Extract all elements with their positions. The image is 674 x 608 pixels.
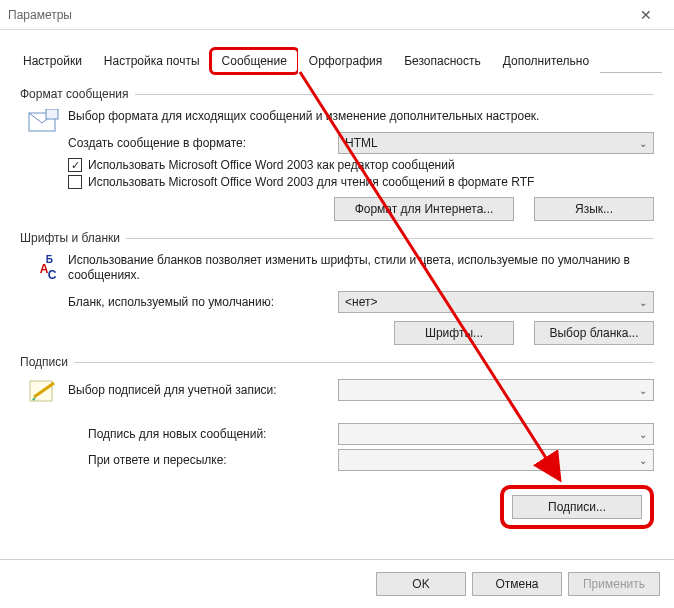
signature-icon (28, 377, 60, 408)
checkbox-word-reader-label: Использовать Microsoft Office Word 2003 … (88, 175, 534, 189)
dialog-footer: OK Отмена Применить (0, 559, 674, 608)
apply-button[interactable]: Применить (568, 572, 660, 596)
signatures-button-highlight: Подписи... (500, 485, 654, 529)
checkbox-word-editor[interactable]: ✓ (68, 158, 82, 172)
blank-label: Бланк, используемый по умолчанию: (68, 295, 338, 309)
cancel-button[interactable]: Отмена (472, 572, 562, 596)
signatures-button[interactable]: Подписи... (512, 495, 642, 519)
choose-blank-button[interactable]: Выбор бланка... (534, 321, 654, 345)
tab-security[interactable]: Безопасность (393, 49, 492, 73)
fonts-button[interactable]: Шрифты... (394, 321, 514, 345)
format-desc: Выбор формата для исходящих сообщений и … (68, 109, 654, 124)
sign-account-select[interactable]: ⌄ (338, 379, 654, 401)
group-format: Формат сообщения (20, 87, 654, 101)
tab-advanced[interactable]: Дополнительно (492, 49, 600, 73)
chevron-down-icon: ⌄ (639, 385, 647, 396)
group-fonts: Шрифты и бланки (20, 231, 654, 245)
group-format-label: Формат сообщения (20, 87, 129, 101)
titlebar: Параметры ✕ (0, 0, 674, 30)
tab-settings[interactable]: Настройки (12, 49, 93, 73)
sign-account-label: Выбор подписей для учетной записи: (68, 383, 338, 397)
checkbox-word-editor-label: Использовать Microsoft Office Word 2003 … (88, 158, 455, 172)
sign-new-label: Подпись для новых сообщений: (88, 427, 338, 441)
mail-format-icon (28, 109, 60, 140)
svg-rect-1 (46, 109, 58, 119)
chevron-down-icon: ⌄ (639, 297, 647, 308)
tab-mail-setup[interactable]: Настройка почты (93, 49, 211, 73)
tab-spelling[interactable]: Орфография (298, 49, 393, 73)
sign-reply-select[interactable]: ⌄ (338, 449, 654, 471)
language-button[interactable]: Язык... (534, 197, 654, 221)
chevron-down-icon: ⌄ (639, 429, 647, 440)
window-title: Параметры (8, 8, 626, 22)
fonts-icon: ACБ (40, 253, 49, 279)
chevron-down-icon: ⌄ (639, 455, 647, 466)
group-signatures: Подписи (20, 355, 654, 369)
tabstrip: Настройки Настройка почты Сообщение Орфо… (12, 48, 662, 73)
content-area: Формат сообщения Выбор формата для исход… (0, 73, 674, 533)
fonts-desc: Использование бланков позволяет изменить… (68, 253, 654, 283)
close-icon[interactable]: ✕ (626, 7, 666, 23)
blank-value: <нет> (345, 295, 377, 309)
sign-reply-label: При ответе и пересылке: (88, 453, 338, 467)
create-format-select[interactable]: HTML ⌄ (338, 132, 654, 154)
chevron-down-icon: ⌄ (639, 138, 647, 149)
group-fonts-label: Шрифты и бланки (20, 231, 120, 245)
ok-button[interactable]: OK (376, 572, 466, 596)
create-format-label: Создать сообщение в формате: (68, 136, 338, 150)
checkbox-word-reader[interactable] (68, 175, 82, 189)
sign-new-select[interactable]: ⌄ (338, 423, 654, 445)
blank-select[interactable]: <нет> ⌄ (338, 291, 654, 313)
tab-message[interactable]: Сообщение (211, 49, 298, 73)
group-signatures-label: Подписи (20, 355, 68, 369)
internet-format-button[interactable]: Формат для Интернета... (334, 197, 514, 221)
create-format-value: HTML (345, 136, 378, 150)
